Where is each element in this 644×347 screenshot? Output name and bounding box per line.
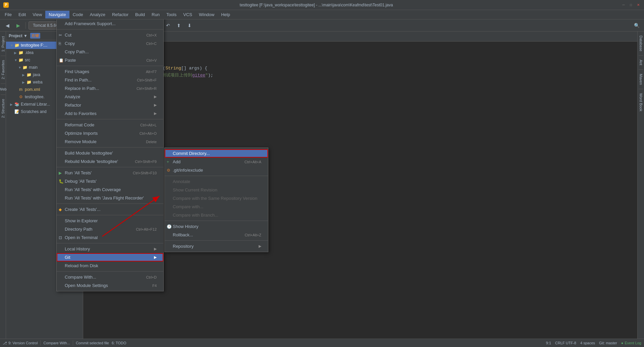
ctx-add[interactable]: + Add Ctrl+Alt+A (165, 158, 268, 166)
ctx-reformat[interactable]: Reformat Code Ctrl+Alt+L (57, 121, 163, 129)
ctx-run-coverage[interactable]: Run 'All Tests' with Coverage (57, 185, 163, 194)
ctx-cut[interactable]: ✂ Cut Ctrl+X (57, 31, 163, 39)
forward-btn[interactable]: ▶ (13, 21, 23, 30)
compare-with-btn[interactable]: Compare With... (43, 341, 70, 345)
ctx-build-module[interactable]: Build Module 'testtogitee' (57, 149, 163, 157)
menu-view[interactable]: View (29, 11, 45, 18)
ctx-add-favorites-label: Add to Favorites (65, 111, 97, 116)
close-btn[interactable]: ✕ (636, 3, 641, 7)
ctx-run-all-shortcut: Ctrl+Shift+F10 (133, 171, 157, 175)
cut-icon: ✂ (59, 33, 62, 38)
ctx-find-usages[interactable]: Find Usages Alt+F7 (57, 67, 163, 76)
git-push[interactable]: ⬆ (174, 21, 183, 30)
copy-icon: ⎘ (59, 41, 61, 46)
ctx-run-coverage-label: Run 'All Tests' with Coverage (65, 187, 121, 192)
web-tab[interactable]: Web (0, 86, 7, 93)
ctx-dir-path[interactable]: Directory Path Ctrl+Alt+F12 (57, 225, 163, 233)
ctx-local-history[interactable]: Local History ▶ (57, 245, 163, 253)
run-icon: ▶ (59, 171, 62, 175)
testtogitee-label: testtogitee F:... (21, 43, 47, 48)
ctx-open-terminal[interactable]: ⊡ Open in Terminal (57, 233, 163, 242)
ctx-reload-disk[interactable]: Reload from Disk (57, 262, 163, 270)
ctx-git[interactable]: Git ▶ (57, 253, 163, 262)
tab-bar: Test01.java ✕ (83, 32, 637, 42)
window-controls: ─ □ ✕ (621, 3, 641, 7)
commit-selected-btn[interactable]: Commit selected file (76, 341, 109, 345)
word-book-tab[interactable]: Word Book (638, 91, 644, 114)
menu-file[interactable]: File (1, 11, 15, 18)
version-control-btn[interactable]: ⎇ 9: Version Control (3, 341, 38, 345)
menu-edit[interactable]: Edit (15, 11, 29, 18)
maximize-btn[interactable]: □ (629, 3, 633, 7)
menu-run[interactable]: Run (148, 11, 163, 18)
git-fetch[interactable]: ⬇ (185, 21, 194, 30)
ext-libs-icon: 📚 (14, 102, 19, 107)
ctx-run-jfr-label: Run 'All Tests' with 'Java Flight Record… (65, 195, 144, 200)
menu-navigate[interactable]: Navigate (45, 11, 69, 18)
bottom-right: 9:1 CRLF UTF-8 4 spaces Git: master ● Ev… (546, 341, 641, 345)
ctx-analyze[interactable]: Analyze ▶ (57, 93, 163, 101)
ctx-sep3 (57, 119, 163, 119)
menu-analyze[interactable]: Analyze (87, 11, 109, 18)
ctx-rollback[interactable]: Rollback... Ctrl+Alt+Z (165, 231, 268, 239)
menu-window[interactable]: Window (196, 11, 218, 18)
ctx-rebuild-shortcut: Ctrl+Shift+F9 (135, 160, 157, 164)
vc-icon: ⎇ (3, 341, 7, 345)
ctx-paste-shortcut: Ctrl+V (146, 58, 157, 62)
ctx-rebuild-module[interactable]: Rebuild Module 'testtogitee' Ctrl+Shift+… (57, 157, 163, 166)
ctx-paste[interactable]: 📋 Paste Ctrl+V (57, 56, 163, 64)
ctx-create-tests[interactable]: ◆ Create 'All Tests'... (57, 205, 163, 214)
ctx-gitinfo-exclude[interactable]: ⚙ .git/info/exclude (165, 166, 268, 174)
database-tab[interactable]: Database (638, 33, 644, 54)
ctx-find-usages-shortcut: Alt+F7 (146, 70, 157, 74)
ctx-repository[interactable]: Repository ▶ (165, 242, 268, 250)
ctx-add-favorites[interactable]: Add to Favorites ▶ (57, 109, 163, 118)
maven-tab[interactable]: Maven (638, 71, 644, 88)
git-revert[interactable]: ↶ (163, 21, 173, 30)
menu-build[interactable]: Build (132, 11, 148, 18)
menu-refactor[interactable]: Refactor (109, 11, 132, 18)
web-folder-icon: 📁 (26, 79, 32, 85)
ctx-find-in-path[interactable]: Find in Path... Ctrl+Shift+F (57, 76, 163, 84)
right-click-label: 右键 (30, 33, 40, 39)
event-log-btn[interactable]: ● Event Log (621, 341, 641, 345)
ctx-copy[interactable]: ⎘ Copy Ctrl+C (57, 39, 163, 48)
ctx-run-jfr[interactable]: Run 'All Tests' with 'Java Flight Record… (57, 194, 163, 202)
minimize-btn[interactable]: ─ (621, 3, 626, 7)
bottom-bar: ⎇ 9: Version Control Compare With... Com… (0, 339, 644, 347)
ctx-refactor[interactable]: Refactor ▶ (57, 101, 163, 109)
ctx-show-history-label: Show History (173, 224, 199, 229)
structure-tab[interactable]: 2: Structure (0, 97, 6, 120)
ctx-show-history[interactable]: 🕐 Show History (165, 222, 268, 231)
menu-code[interactable]: Code (69, 11, 87, 18)
ctx-compare-with[interactable]: Compare With... Ctrl+D (57, 273, 163, 281)
ctx-reformat-label: Reformat Code (65, 122, 94, 127)
todo-btn[interactable]: 6: TODO (112, 341, 126, 345)
project-tab[interactable]: 1: Project (0, 34, 6, 54)
ctx-add-framework[interactable]: Add Framework Support... (57, 19, 163, 28)
ctx-open-module-settings[interactable]: Open Module Settings F4 (57, 281, 163, 290)
menu-help[interactable]: Help (218, 11, 233, 18)
ctx-debug-all[interactable]: 🐛 Debug 'All Tests' (57, 177, 163, 185)
ctx-commit-dir[interactable]: Commit Directory... (165, 149, 268, 158)
ctx-copy-path[interactable]: Copy Path... (57, 48, 163, 56)
ctx-show-explorer[interactable]: Show in Explorer (57, 217, 163, 225)
gitinfo-icon: ⚙ (167, 168, 170, 173)
ctx-compare-with2-label: Compare with... (173, 204, 203, 209)
ctx-run-all[interactable]: ▶ Run 'All Tests' Ctrl+Shift+F10 (57, 169, 163, 177)
ctx-remove-module[interactable]: Remove Module Delete (57, 137, 163, 146)
back-btn[interactable]: ◀ (3, 21, 12, 30)
menu-vcs[interactable]: VCS (180, 11, 196, 18)
ctx-replace-in-path[interactable]: Replace in Path... Ctrl+Shift+R (57, 84, 163, 93)
idea-label: .idea (25, 50, 34, 55)
menu-tools[interactable]: Tools (163, 11, 180, 18)
favorites-tab[interactable]: 2: Favorites (0, 58, 6, 81)
ctx-sep8 (57, 243, 163, 243)
pom-icon: m (18, 87, 23, 92)
ctx-optimize-imports[interactable]: Optimize Imports Ctrl+Alt+O (57, 129, 163, 137)
debug-icon: 🐛 (59, 179, 64, 184)
project-label: Project ▼ (9, 34, 28, 38)
search-everywhere-btn[interactable]: 🔍 (632, 21, 641, 30)
ctx-reformat-shortcut: Ctrl+Alt+L (140, 123, 157, 127)
ant-tab[interactable]: Ant (638, 57, 644, 68)
